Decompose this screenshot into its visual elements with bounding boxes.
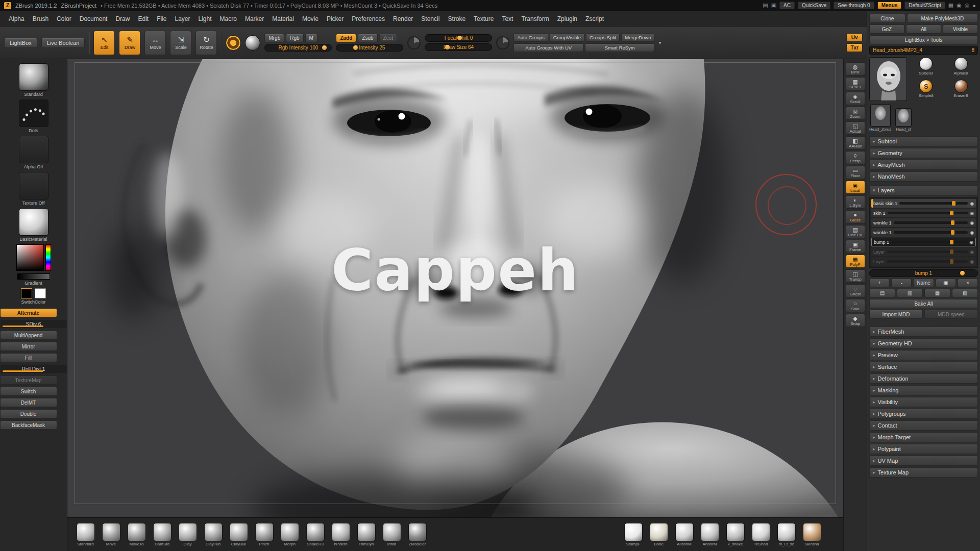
right-shelf-button[interactable]: ◱ Actual xyxy=(846,121,865,135)
edit-button[interactable]: ↖ Edit xyxy=(93,31,115,55)
layer-row[interactable]: basic skin 1 ◉ xyxy=(871,199,976,208)
material-shortcut[interactable]: x_snake xyxy=(723,523,747,546)
current-alpha-thumb[interactable]: Alpha Off xyxy=(19,136,48,169)
mrgb-button[interactable]: Mrgb xyxy=(264,34,284,42)
menu-item[interactable]: Preferences xyxy=(348,14,388,24)
tool-section-header[interactable]: ▸ Geometry HD xyxy=(869,338,978,348)
tool-section-header[interactable]: ▸ Preview xyxy=(869,350,978,360)
brush-shortcut[interactable]: ClayTub xyxy=(201,523,225,546)
brush-shortcut[interactable]: Morph xyxy=(278,523,302,546)
material-shortcut[interactable]: StampF xyxy=(621,523,645,546)
tool-section-header[interactable]: ▸ Geometry xyxy=(869,148,978,158)
saturation-value-square[interactable] xyxy=(16,244,44,271)
tool-section-header[interactable]: ▸ Morph Target xyxy=(869,432,978,442)
layer-intensity-slider[interactable] xyxy=(888,212,968,214)
right-shelf-button[interactable]: ◈ Scroll xyxy=(846,92,865,105)
layer-row[interactable]: wrinkle 1 ◉ xyxy=(871,218,976,227)
secondary-color-swatch[interactable] xyxy=(35,288,46,298)
menu-item[interactable]: File xyxy=(153,14,170,24)
brush-shortcut[interactable]: ZModeler xyxy=(405,523,429,546)
current-stroke-thumb[interactable]: Dots xyxy=(19,99,48,133)
goz-all-button[interactable]: All xyxy=(906,24,941,34)
right-shelf-button[interactable]: ◫ Transp xyxy=(846,269,865,283)
focal-shift-dial-icon[interactable] xyxy=(407,36,421,49)
menu-item[interactable]: Transform xyxy=(518,14,552,24)
user-icon[interactable]: ◉ xyxy=(957,2,962,9)
group-action-button[interactable]: MergeDown xyxy=(621,33,654,42)
layer-eye-icon[interactable]: ◉ xyxy=(970,220,974,226)
menu-item[interactable]: Color xyxy=(53,14,75,24)
right-shelf-button[interactable]: ◐ L.Sym xyxy=(846,195,865,209)
tool-section-header[interactable]: ▸ Polygroups xyxy=(869,409,978,419)
tool-section-header[interactable]: ▸ Deformation xyxy=(869,373,978,384)
layer-row[interactable]: bump 1 ◉ xyxy=(871,238,976,246)
menu-item[interactable]: Brush xyxy=(29,14,52,24)
layer-row[interactable]: wrinkle 1 ◉ xyxy=(871,228,976,237)
tool-section-header[interactable]: ▸ Polypaint xyxy=(869,444,978,454)
default-zscript-button[interactable]: DefaultZScript xyxy=(904,2,945,9)
quick-pick-item[interactable]: SphereI xyxy=(909,57,943,79)
bake-all-button[interactable]: Bake All xyxy=(869,299,978,308)
rgb-intensity-slider[interactable]: Rgb Intensity 100 xyxy=(264,44,332,52)
material-shortcut[interactable]: TriShad xyxy=(749,523,773,546)
layer-intensity-slider[interactable] xyxy=(891,241,967,243)
left-tray-button[interactable]: Mirror xyxy=(0,342,57,351)
menu-item[interactable]: Document xyxy=(76,14,111,24)
clone-button[interactable]: Clone xyxy=(869,14,905,23)
layer-action-button[interactable]: ▧ xyxy=(952,289,978,297)
scale-button[interactable]: ⇲ Scale xyxy=(170,31,191,55)
rgb-button[interactable]: Rgb xyxy=(286,34,303,42)
menu-item[interactable]: Edit xyxy=(134,14,152,24)
left-tray-button[interactable]: Fill xyxy=(0,353,57,362)
group-action-button[interactable]: Auto Groups xyxy=(513,33,548,42)
left-tray-button[interactable]: Alternate xyxy=(0,308,57,317)
brush-shortcut[interactable]: SnakeH3 xyxy=(303,523,327,546)
left-tray-button[interactable]: MultiAppend xyxy=(0,331,57,340)
tool-section-header[interactable]: ▸ Visibility xyxy=(869,397,978,407)
layer-action-button[interactable]: ▦ xyxy=(924,289,950,297)
document-icon[interactable]: ▤ xyxy=(763,2,768,9)
right-shelf-button[interactable]: ▦ PolyF xyxy=(846,255,865,268)
quick-pick-item[interactable]: S Simple8 xyxy=(909,80,943,101)
right-shelf-button[interactable]: ○ Solo xyxy=(846,299,865,312)
menu-item[interactable]: Texture xyxy=(470,14,497,24)
brush-shortcut[interactable]: ClayBuil xyxy=(227,523,251,546)
material-shortcut[interactable]: AndorM xyxy=(698,523,722,546)
tool-section-header[interactable]: ▸ Subtool xyxy=(869,136,978,146)
brush-shortcut[interactable]: Move xyxy=(99,523,123,546)
right-shelf-button[interactable]: ▭ Floor xyxy=(846,166,865,179)
switch-color-control[interactable]: SwitchColor xyxy=(21,288,46,305)
folder-icon[interactable]: ▣ xyxy=(771,2,776,9)
left-tray-button[interactable]: BackfaceMask xyxy=(0,420,57,430)
brush-shortcut[interactable]: DamStd xyxy=(150,523,174,546)
menu-item[interactable]: Marker xyxy=(241,14,267,24)
bell-icon[interactable]: ◎ xyxy=(965,2,970,9)
material-shortcut[interactable]: m_Lt_sc xyxy=(774,523,798,546)
brush-shortcut[interactable]: hPolish xyxy=(329,523,353,546)
zsub-button[interactable]: Zsub xyxy=(358,34,377,42)
import-mdd-button[interactable]: Import MDD xyxy=(869,310,923,319)
mdd-speed-button[interactable]: MDD speed xyxy=(924,310,978,319)
menu-item[interactable]: Render xyxy=(389,14,416,24)
menu-item[interactable]: Draw xyxy=(112,14,133,24)
z-intensity-slider[interactable]: Z Intensity 25 xyxy=(336,44,403,52)
tool-section-header[interactable]: ▸ NanoMesh xyxy=(869,171,978,182)
right-shelf-button[interactable]: ▦ SPix 3 xyxy=(846,77,865,90)
main-color-swatch[interactable] xyxy=(21,288,32,298)
power-icon[interactable]: ● xyxy=(972,3,976,9)
right-shelf-button[interactable]: ● Gloss xyxy=(846,210,865,223)
layer-eye-icon[interactable]: ◉ xyxy=(969,240,973,245)
menu-item[interactable]: Zscript xyxy=(582,14,607,24)
layer-action-button[interactable]: ▤ xyxy=(869,289,895,297)
right-shelf-button[interactable]: ▤ Line Fill xyxy=(846,225,865,238)
menu-item[interactable]: Layer xyxy=(172,14,194,24)
tool-section-header[interactable]: ▸ Texture Map xyxy=(869,467,978,478)
tool-section-header[interactable]: ▸ ArrayMesh xyxy=(869,160,978,170)
quick-pick-item[interactable]: EraserB xyxy=(944,80,978,101)
active-tool-thumb[interactable] xyxy=(869,57,907,101)
left-tray-button[interactable]: TextureMap xyxy=(0,375,57,385)
brush-shortcut[interactable]: Clay xyxy=(176,523,200,546)
material-shortcut[interactable]: Bone xyxy=(647,523,671,546)
layer-action-button[interactable]: ▣ xyxy=(936,279,956,287)
menu-item[interactable]: Zplugin xyxy=(554,14,581,24)
